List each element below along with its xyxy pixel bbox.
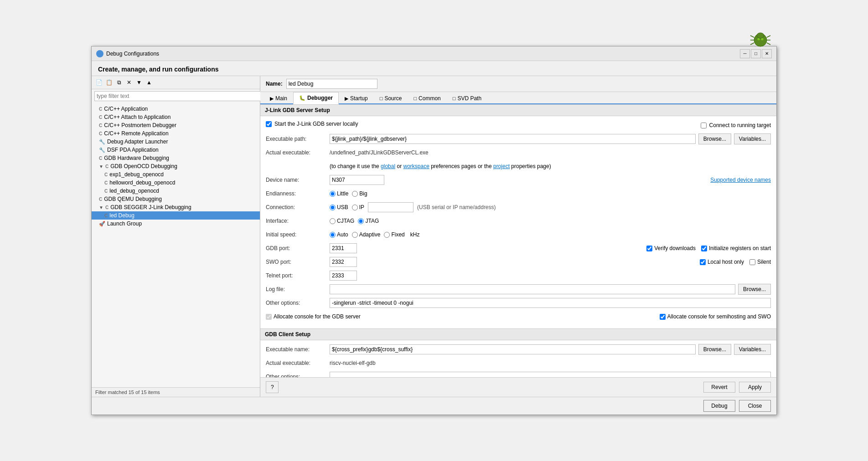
speed-fixed-label[interactable]: Fixed (384, 231, 404, 238)
ip-hint: (USB serial or IP name/address) (417, 204, 496, 210)
connect-target-checkbox[interactable] (701, 123, 707, 128)
tab-common[interactable]: □ Common (408, 92, 446, 104)
minimize-button[interactable]: ─ (740, 49, 750, 58)
debug-button[interactable]: Debug (703, 400, 735, 412)
cpp-attach-icon: C (99, 115, 102, 120)
tree-item-led-openocd[interactable]: C led_debug_openocd (92, 187, 260, 195)
speed-auto-label[interactable]: Auto (330, 231, 348, 238)
tree-item-label: GDB SEGGER J-Link Debugging (110, 204, 191, 210)
tree-item-cpp-app[interactable]: C C/C++ Application (92, 105, 260, 113)
local-host-checkbox[interactable] (700, 259, 706, 265)
connection-ip-label[interactable]: IP (352, 204, 364, 210)
endianness-little-radio[interactable] (330, 191, 336, 197)
svg-point-3 (757, 33, 764, 38)
tree-item-label: DSF PDA Application (107, 147, 159, 153)
tab-svd[interactable]: □ SVD Path (447, 92, 487, 104)
exe-path-input[interactable] (330, 134, 696, 144)
endianness-big-radio[interactable] (352, 191, 358, 197)
local-host-label[interactable]: Local host only (700, 259, 744, 265)
init-registers-label[interactable]: Initialize registers on start (701, 245, 771, 251)
apply-button[interactable]: Apply (739, 382, 771, 393)
gdb-exe-name-input[interactable] (330, 344, 696, 354)
workspace-link[interactable]: workspace (403, 163, 429, 169)
help-button[interactable]: ? (266, 381, 279, 393)
tree-item-exp1[interactable]: C exp1_debug_openocd (92, 170, 260, 179)
interface-jtag-radio[interactable] (358, 218, 364, 224)
allocate-semihosting-checkbox[interactable] (660, 314, 666, 320)
silent-checkbox[interactable] (749, 259, 755, 265)
tree-item-helloword[interactable]: C helloword_debug_openocd (92, 179, 260, 187)
maximize-button[interactable]: □ (751, 49, 761, 58)
tree-item-led-debug[interactable]: C led Debug (92, 211, 260, 220)
new-config-button[interactable]: 📄 (94, 78, 103, 87)
tree-item-gdb-segger-group[interactable]: ▼ C GDB SEGGER J-Link Debugging (92, 203, 260, 211)
project-link[interactable]: project (493, 163, 510, 169)
filter-button[interactable]: ▼ (134, 78, 144, 87)
tree-item-dsf[interactable]: 🔧 DSF PDA Application (92, 146, 260, 154)
endianness-big-label[interactable]: Big (352, 190, 367, 197)
tab-source[interactable]: □ Source (374, 92, 408, 104)
config-name-input[interactable] (286, 79, 377, 89)
gdb-other-options-input[interactable] (330, 372, 771, 377)
speed-adaptive-label[interactable]: Adaptive (352, 231, 381, 238)
jlink-title: J-Link GDB Server Setup (265, 107, 330, 113)
tree-item-debug-adapter[interactable]: 🔧 Debug Adapter Launcher (92, 138, 260, 146)
collapse-all-button[interactable]: ▲ (145, 78, 154, 87)
close-window-button[interactable]: Close (739, 400, 771, 412)
global-link[interactable]: global (381, 163, 395, 169)
filter-input[interactable] (94, 91, 263, 101)
log-browse-button[interactable]: Browse... (738, 284, 771, 295)
device-name-input[interactable] (330, 175, 384, 185)
tree-item-gdb-qemu[interactable]: C GDB QEMU Debugging (92, 195, 260, 203)
speed-fixed-radio[interactable] (384, 232, 390, 238)
duplicate-button[interactable]: ⧉ (114, 78, 124, 87)
tab-debugger[interactable]: 🐛 Debugger (293, 92, 339, 104)
tree-item-launch-group[interactable]: 🚀 Launch Group (92, 220, 260, 228)
close-button[interactable]: ✕ (762, 49, 772, 58)
tree-item-cpp-remote[interactable]: C C/C++ Remote Application (92, 129, 260, 138)
gdb-browse-button[interactable]: Browse... (698, 344, 731, 355)
endianness-little-label[interactable]: Little (330, 190, 348, 197)
svg-point-11 (761, 38, 764, 41)
silent-label[interactable]: Silent (749, 259, 771, 265)
actual-exe-value: /undefined_path/JLinkGDBServerCL.exe (330, 149, 429, 156)
supported-device-link[interactable]: Supported device names (710, 177, 771, 183)
exe-variables-button[interactable]: Variables... (734, 133, 771, 144)
tree-item-label: led Debug (109, 212, 134, 219)
allocate-semihosting-label[interactable]: Allocate console for semihosting and SWO (660, 313, 771, 320)
svg-line-6 (750, 43, 754, 45)
gdb-variables-button[interactable]: Variables... (734, 344, 771, 355)
delete-button[interactable]: ✕ (124, 78, 134, 87)
gdb-hw-icon: C (99, 156, 102, 161)
init-registers-checkbox[interactable] (701, 246, 707, 251)
verify-downloads-label[interactable]: Verify downloads (646, 245, 696, 251)
tree-item-gdb-hw[interactable]: C GDB Hardware Debugging (92, 154, 260, 162)
ip-input[interactable] (368, 202, 413, 212)
exe-browse-button[interactable]: Browse... (698, 133, 731, 144)
other-options-input[interactable] (330, 298, 771, 308)
start-server-checkbox[interactable] (266, 121, 272, 127)
swo-port-input[interactable] (330, 257, 357, 267)
gdb-port-input[interactable] (330, 243, 357, 253)
connection-usb-radio[interactable] (330, 205, 336, 210)
allocate-console-label[interactable]: Allocate console for the GDB server (266, 313, 361, 320)
panel-content: J-Link GDB Server Setup Start the J-Link… (260, 104, 776, 377)
interface-cjtag-label[interactable]: CJTAG (330, 218, 354, 224)
tree-item-cpp-postmortem[interactable]: C C/C++ Postmortem Debugger (92, 121, 260, 129)
tab-startup[interactable]: ▶ Startup (339, 92, 374, 104)
connection-usb-label[interactable]: USB (330, 204, 348, 210)
interface-jtag-label[interactable]: JTAG (358, 218, 379, 224)
telnet-port-input[interactable] (330, 271, 357, 281)
connection-ip-radio[interactable] (352, 205, 358, 210)
speed-auto-radio[interactable] (330, 232, 336, 238)
tree-item-gdb-openocd-group[interactable]: ▼ C GDB OpenOCD Debugging (92, 162, 260, 170)
log-file-input[interactable] (330, 284, 735, 294)
new-config-type-button[interactable]: 📋 (104, 78, 114, 87)
interface-cjtag-radio[interactable] (330, 218, 336, 224)
tab-main[interactable]: ▶ Main (264, 92, 293, 104)
revert-button[interactable]: Revert (703, 382, 735, 393)
tree-item-cpp-attach[interactable]: C C/C++ Attach to Application (92, 113, 260, 121)
tree-item-label: C/C++ Remote Application (104, 130, 168, 137)
speed-adaptive-radio[interactable] (352, 232, 358, 238)
verify-downloads-checkbox[interactable] (646, 246, 652, 251)
